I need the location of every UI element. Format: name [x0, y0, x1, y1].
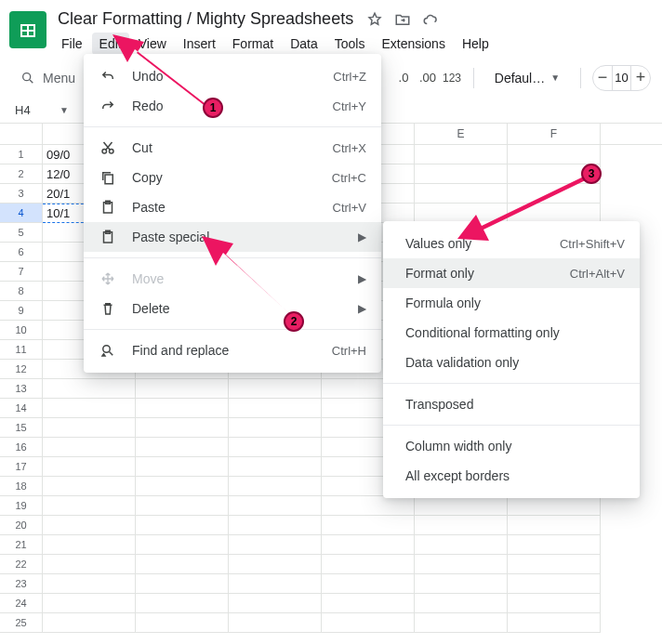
cloud-status-icon[interactable] — [422, 11, 439, 28]
menu-help[interactable]: Help — [455, 33, 496, 55]
row-header[interactable]: 17 — [0, 457, 43, 477]
cell[interactable] — [415, 594, 508, 613]
submenu-format-only[interactable]: Format only Ctrl+Alt+V — [383, 258, 640, 288]
menu-item-delete[interactable]: Delete ▶ — [84, 294, 381, 323]
menu-item-find-replace[interactable]: Find and replace Ctrl+H — [84, 335, 381, 365]
menu-data[interactable]: Data — [283, 33, 325, 55]
cell[interactable] — [43, 613, 136, 633]
cell[interactable] — [229, 399, 322, 418]
cell[interactable] — [508, 535, 601, 555]
cell[interactable] — [43, 594, 136, 613]
font-size-decrease-button[interactable]: − — [593, 68, 612, 87]
cell[interactable] — [43, 496, 136, 516]
cell[interactable] — [136, 379, 229, 399]
menu-extensions[interactable]: Extensions — [374, 33, 452, 55]
cell[interactable] — [508, 164, 601, 184]
decrease-decimal-button[interactable]: .0 — [393, 71, 414, 85]
row-header[interactable]: 4 — [0, 204, 43, 223]
cell[interactable] — [136, 496, 229, 516]
cell[interactable] — [415, 496, 508, 516]
cell[interactable] — [43, 418, 136, 438]
cell[interactable] — [415, 204, 508, 223]
cell[interactable] — [43, 399, 136, 418]
cell[interactable] — [136, 594, 229, 613]
cell[interactable] — [415, 516, 508, 535]
cell[interactable] — [43, 574, 136, 594]
row-header[interactable]: 16 — [0, 438, 43, 457]
cell[interactable] — [322, 574, 415, 594]
cell[interactable] — [322, 594, 415, 613]
cell[interactable] — [508, 496, 601, 516]
cell[interactable] — [43, 535, 136, 555]
menu-item-paste[interactable]: Paste Ctrl+V — [84, 192, 381, 222]
font-selector[interactable]: Defaul… ▼ — [485, 67, 569, 89]
cell[interactable] — [508, 145, 601, 164]
row-header[interactable]: 7 — [0, 262, 43, 282]
menu-tools[interactable]: Tools — [327, 33, 373, 55]
cell[interactable] — [136, 477, 229, 496]
cell[interactable] — [136, 574, 229, 594]
cell[interactable] — [229, 594, 322, 613]
row-header[interactable]: 15 — [0, 418, 43, 438]
menu-item-undo[interactable]: Undo Ctrl+Z — [84, 61, 381, 91]
cell[interactable] — [508, 184, 601, 204]
cell[interactable] — [43, 516, 136, 535]
submenu-all-except-borders[interactable]: All except borders — [383, 461, 640, 491]
cell[interactable] — [229, 535, 322, 555]
cell[interactable] — [229, 574, 322, 594]
menu-view[interactable]: View — [131, 33, 174, 55]
name-box[interactable]: H4 ▼ — [9, 99, 74, 120]
sheets-logo-icon[interactable] — [9, 11, 46, 48]
submenu-formula-only[interactable]: Formula only — [383, 288, 640, 318]
menu-item-paste-special[interactable]: Paste special ▶ — [84, 222, 381, 252]
menu-item-redo[interactable]: Redo Ctrl+Y — [84, 91, 381, 121]
row-header[interactable]: 10 — [0, 321, 43, 340]
menu-format[interactable]: Format — [225, 33, 281, 55]
cell[interactable] — [136, 555, 229, 574]
doc-title[interactable]: Clear Formatting / Mighty Spreadsheets — [54, 7, 357, 31]
row-header[interactable]: 19 — [0, 496, 43, 516]
row-header[interactable]: 18 — [0, 477, 43, 496]
row-header[interactable]: 2 — [0, 164, 43, 184]
submenu-column-width-only[interactable]: Column width only — [383, 431, 640, 461]
cell[interactable] — [136, 418, 229, 438]
row-header[interactable]: 9 — [0, 301, 43, 321]
format-number-button[interactable]: 123 — [442, 72, 462, 85]
cell[interactable] — [136, 457, 229, 477]
cell[interactable] — [415, 574, 508, 594]
menu-file[interactable]: File — [54, 33, 90, 55]
cell[interactable] — [322, 535, 415, 555]
row-header[interactable]: 23 — [0, 574, 43, 594]
menu-item-cut[interactable]: Cut Ctrl+X — [84, 133, 381, 163]
star-icon[interactable] — [366, 11, 383, 28]
row-header[interactable]: 5 — [0, 223, 43, 243]
row-header[interactable]: 22 — [0, 555, 43, 574]
cell[interactable] — [43, 477, 136, 496]
cell[interactable] — [415, 535, 508, 555]
cell[interactable] — [508, 594, 601, 613]
cell[interactable] — [508, 555, 601, 574]
cell[interactable] — [229, 555, 322, 574]
cell[interactable] — [229, 379, 322, 399]
row-header[interactable]: 14 — [0, 399, 43, 418]
row-header[interactable]: 6 — [0, 243, 43, 262]
cell[interactable] — [229, 438, 322, 457]
cell[interactable] — [229, 418, 322, 438]
submenu-values-only[interactable]: Values only Ctrl+Shift+V — [383, 229, 640, 258]
cell[interactable] — [322, 613, 415, 633]
cell[interactable] — [415, 164, 508, 184]
submenu-transposed[interactable]: Transposed — [383, 389, 640, 419]
cell[interactable] — [415, 555, 508, 574]
row-header[interactable]: 3 — [0, 184, 43, 204]
cell[interactable] — [508, 204, 601, 223]
cell[interactable] — [43, 555, 136, 574]
column-header[interactable]: F — [508, 124, 601, 144]
cell[interactable] — [229, 477, 322, 496]
cell[interactable] — [508, 516, 601, 535]
cell[interactable] — [322, 555, 415, 574]
cell[interactable] — [43, 457, 136, 477]
font-size-increase-button[interactable]: + — [631, 68, 650, 87]
row-header[interactable]: 11 — [0, 340, 43, 360]
cell[interactable] — [136, 399, 229, 418]
cell[interactable] — [229, 613, 322, 633]
